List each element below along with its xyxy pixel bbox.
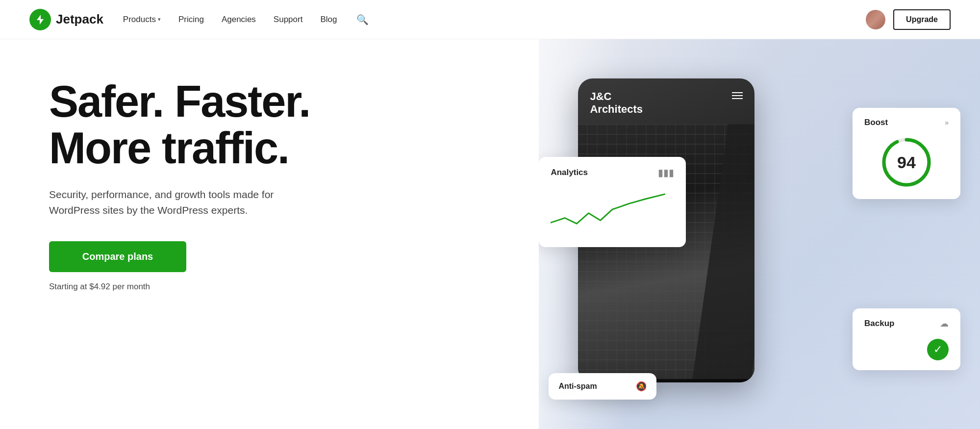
avatar[interactable] bbox=[866, 10, 885, 29]
phone-header: J&CArchitects bbox=[578, 78, 754, 124]
logo-text: Jetpack bbox=[56, 12, 103, 27]
hamburger-icon[interactable] bbox=[732, 90, 743, 99]
backup-card: Backup ☁ ✓ bbox=[853, 308, 960, 370]
nav-pricing[interactable]: Pricing bbox=[178, 15, 204, 25]
logo-icon bbox=[29, 9, 51, 30]
hero-right: J&CArchitects Analytics ▮▮▮ Boost bbox=[539, 39, 980, 429]
analytics-chart bbox=[551, 186, 674, 235]
avatar-image bbox=[866, 10, 885, 29]
nav-links: Products ▾ Pricing Agencies Support Blog… bbox=[123, 14, 866, 25]
nav-products[interactable]: Products ▾ bbox=[123, 15, 161, 25]
boost-card: Boost » 94 bbox=[853, 108, 960, 199]
phone-site-name: J&CArchitects bbox=[590, 90, 643, 116]
nav-blog[interactable]: Blog bbox=[320, 15, 337, 25]
search-icon[interactable]: 🔍 bbox=[356, 14, 369, 25]
nav-support[interactable]: Support bbox=[274, 15, 303, 25]
hero-left: Safer. Faster. More traffic. Security, p… bbox=[0, 39, 539, 429]
boost-score-circle: 94 bbox=[879, 135, 933, 189]
boost-chevrons-icon: » bbox=[945, 119, 949, 126]
nav-right: Upgrade bbox=[866, 9, 951, 30]
upgrade-button[interactable]: Upgrade bbox=[893, 9, 951, 30]
hero-subtext: Security, performance, and growth tools … bbox=[49, 187, 324, 218]
bar-chart-icon: ▮▮▮ bbox=[658, 167, 674, 178]
boost-card-title: Boost bbox=[864, 118, 888, 127]
backup-check-icon: ✓ bbox=[927, 339, 949, 360]
antispam-card-title: Anti-spam bbox=[558, 382, 597, 391]
analytics-card-title: Analytics bbox=[551, 168, 588, 177]
hero-headline: Safer. Faster. More traffic. bbox=[49, 78, 500, 171]
logo[interactable]: Jetpack bbox=[29, 9, 103, 30]
boost-score-value: 94 bbox=[897, 153, 916, 172]
antispam-card: Anti-spam 🔕 bbox=[549, 373, 656, 400]
navbar: Jetpack Products ▾ Pricing Agencies Supp… bbox=[0, 0, 980, 39]
antispam-mute-icon: 🔕 bbox=[636, 381, 647, 392]
compare-plans-button[interactable]: Compare plans bbox=[49, 241, 186, 272]
products-chevron-icon: ▾ bbox=[158, 16, 161, 23]
headline-line2: More traffic. bbox=[49, 124, 289, 173]
analytics-card: Analytics ▮▮▮ bbox=[539, 157, 686, 247]
backup-card-title: Backup bbox=[864, 319, 894, 328]
main-container: Safer. Faster. More traffic. Security, p… bbox=[0, 39, 980, 429]
cloud-icon: ☁ bbox=[940, 318, 949, 329]
headline-line1: Safer. Faster. bbox=[49, 77, 310, 126]
nav-agencies[interactable]: Agencies bbox=[222, 15, 256, 25]
starting-price: Starting at $4.92 per month bbox=[49, 282, 500, 292]
svg-marker-0 bbox=[37, 15, 44, 25]
